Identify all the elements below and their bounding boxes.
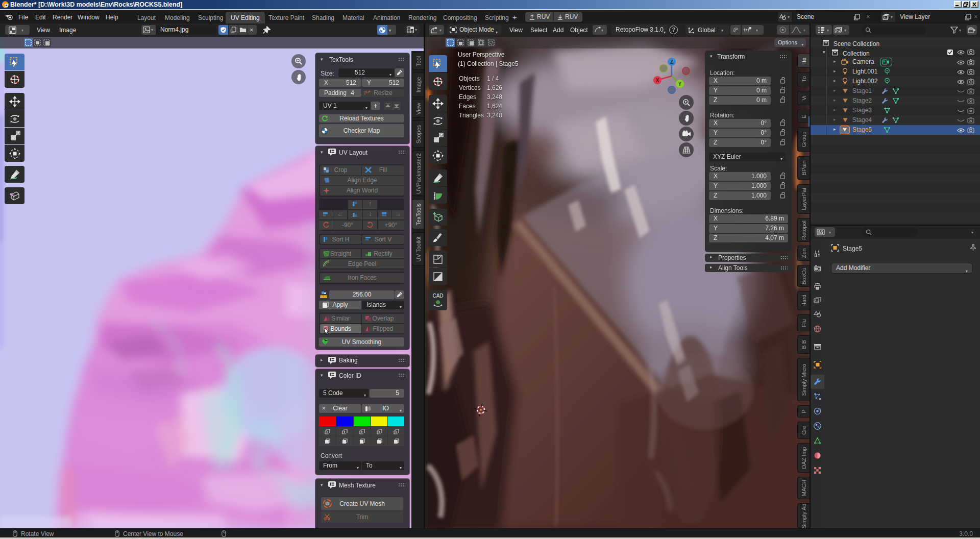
svg-text:X: X [656, 78, 659, 83]
svg-text:Z: Z [670, 59, 673, 65]
svg-text:Y: Y [678, 81, 682, 87]
